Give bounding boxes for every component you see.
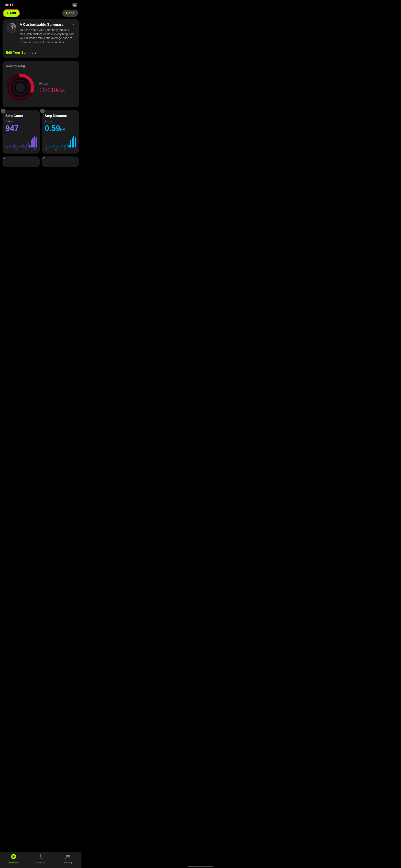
- step-count-period: Today: [5, 120, 37, 123]
- status-bar: 19:11 ✈ 59: [0, 0, 82, 9]
- step-distance-label-18: 18: [73, 148, 75, 151]
- ring-visual: →: [6, 73, 35, 102]
- activity-ring-content: → Move 18/110KCAL: [6, 71, 75, 104]
- move-unit: KCAL: [57, 89, 66, 93]
- step-count-label-00: 00: [6, 148, 8, 151]
- activity-rings-icon: [6, 23, 17, 33]
- step-count-labels: 00 06 12 18: [5, 148, 37, 151]
- step-count-label-12: 12: [25, 148, 27, 151]
- partial-right-minus[interactable]: −: [42, 156, 45, 159]
- battery-level: 59: [73, 4, 76, 6]
- step-count-title: Step Count: [5, 114, 37, 118]
- done-button[interactable]: Done: [62, 10, 78, 17]
- summary-card-text: A Customizable Summary You can make your…: [20, 23, 75, 44]
- move-number: 18/110: [39, 87, 57, 93]
- step-distance-label-06: 06: [55, 148, 57, 151]
- summary-card-title: A Customizable Summary: [20, 23, 75, 27]
- status-time: 19:11: [4, 3, 13, 7]
- step-distance-unit: KM: [60, 128, 65, 132]
- step-distance-label-12: 12: [64, 148, 66, 151]
- move-value: 18/110KCAL: [39, 87, 75, 93]
- step-distance-chart: [45, 135, 76, 148]
- activity-ring-title: Activity Ring: [6, 64, 75, 68]
- customizable-summary-card: A Customizable Summary You can make your…: [2, 19, 79, 58]
- move-label: Move: [39, 82, 75, 86]
- partial-widget-right: −: [42, 156, 79, 167]
- step-count-chart: [5, 135, 37, 148]
- step-distance-label-00: 00: [45, 148, 48, 151]
- step-distance-labels: 00 06 12 18: [45, 148, 76, 151]
- ring-info: Move 18/110KCAL: [39, 82, 75, 93]
- summary-card-description: You can make your Summary tab your own, …: [20, 28, 75, 44]
- airplane-icon: ✈: [68, 3, 71, 7]
- add-button[interactable]: + Add: [3, 10, 19, 17]
- widgets-row-partial: − −: [0, 156, 82, 169]
- step-distance-widget: − Step Distance Today 0.59KM 00 06 12 18: [42, 110, 79, 154]
- step-distance-period: Today: [45, 120, 76, 123]
- status-icons: ✈ 59: [68, 3, 77, 7]
- edit-summary-link[interactable]: Edit Your Summary: [6, 48, 75, 55]
- battery-indicator: 59: [72, 3, 77, 7]
- step-count-widget: − Step Count Today 947 00 06 12 18: [2, 110, 40, 154]
- svg-point-11: [15, 82, 26, 93]
- partial-left-minus[interactable]: −: [2, 156, 5, 159]
- partial-widget-left: −: [2, 156, 40, 167]
- step-distance-value: 0.59KM: [45, 124, 76, 133]
- summary-card-header: A Customizable Summary You can make your…: [6, 23, 75, 44]
- step-count-label-18: 18: [34, 148, 36, 151]
- step-distance-minus-button[interactable]: −: [40, 108, 45, 113]
- step-count-value: 947: [5, 124, 37, 133]
- top-actions: + Add Done: [0, 9, 82, 19]
- close-button[interactable]: ×: [71, 22, 76, 27]
- step-distance-title: Step Distance: [45, 114, 76, 118]
- widgets-row: − Step Count Today 947 00 06 12 18 − Ste…: [0, 110, 82, 156]
- activity-ring-card: Activity Ring → Move 18/110: [2, 61, 79, 107]
- step-count-label-06: 06: [15, 148, 18, 151]
- step-count-minus-button[interactable]: −: [1, 108, 5, 113]
